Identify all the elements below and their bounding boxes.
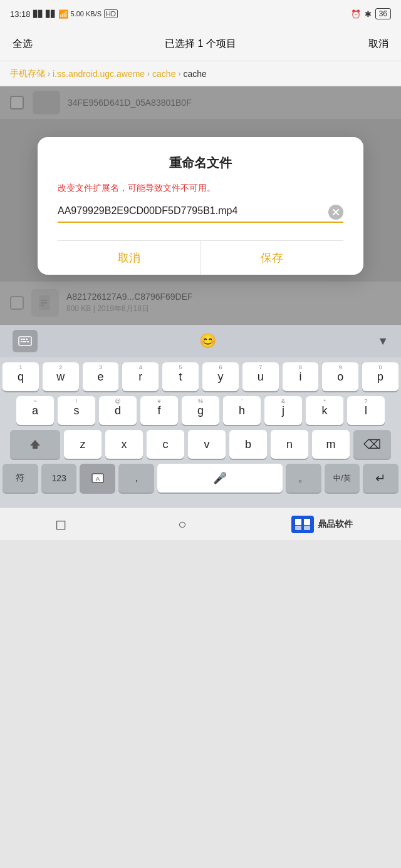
key-123[interactable]: 123: [41, 464, 77, 493]
status-bar-right: ⏰ ✱ 36: [351, 8, 391, 19]
select-all-button[interactable]: 全选: [13, 38, 33, 51]
keyboard-row-2: ~a !s @d #f %g 'h &j *k ?l: [3, 396, 398, 425]
page-title: 已选择 1 个项目: [165, 38, 236, 51]
bottom-nav: ◻ ○ 鼎品软件: [0, 508, 401, 540]
keyboard-row-4: 符 123 A ， 🎤 。 中/英 ↵: [3, 464, 398, 493]
key-x[interactable]: x: [105, 430, 143, 459]
keyboard-toolbar: 😊 ▼: [0, 325, 401, 357]
status-bar-left: 13:18 ▊▊ ▊▊ 📶 5.00 KB/S HD: [10, 9, 118, 19]
breadcrumb-item-3[interactable]: cache: [183, 69, 206, 79]
key-s[interactable]: !s: [58, 396, 95, 425]
bluetooth-icon: ✱: [365, 9, 372, 19]
status-time: 13:18: [10, 9, 31, 19]
dialog-cancel-button[interactable]: 取消: [58, 241, 201, 275]
svg-text:A: A: [96, 476, 100, 482]
hide-keyboard-button[interactable]: ▼: [377, 335, 388, 348]
back-button[interactable]: ◻: [48, 512, 73, 537]
breadcrumb: 手机存储 › i.ss.android.ugc.aweme › cache › …: [0, 61, 401, 86]
key-w[interactable]: 2w: [43, 362, 79, 391]
home-button[interactable]: ○: [170, 512, 195, 537]
svg-rect-16: [295, 519, 301, 525]
status-bar: 13:18 ▊▊ ▊▊ 📶 5.00 KB/S HD ⏰ ✱ 36: [0, 0, 401, 28]
key-y[interactable]: 6y: [202, 362, 239, 391]
keyboard-rows: 1q 2w 3e 4r 5t 6y 7u 8i 9o 0p ~a !s @d #…: [0, 357, 401, 495]
key-period[interactable]: 。: [286, 464, 321, 493]
svg-rect-11: [23, 341, 26, 342]
signal1-icon: ▊▊: [33, 10, 43, 18]
dialog-warning: 改变文件扩展名，可能导致文件不可用。: [58, 183, 343, 194]
key-z[interactable]: z: [64, 430, 102, 459]
key-u[interactable]: 7u: [242, 362, 279, 391]
emoji-button[interactable]: 😊: [199, 333, 216, 349]
key-shift[interactable]: [10, 430, 60, 459]
alarm-icon: ⏰: [351, 9, 361, 19]
key-b[interactable]: b: [229, 430, 267, 459]
key-input-method[interactable]: A: [80, 464, 115, 493]
key-m[interactable]: m: [312, 430, 350, 459]
key-j[interactable]: &j: [264, 396, 302, 425]
key-enter[interactable]: ↵: [363, 464, 398, 493]
battery-indicator: 36: [375, 8, 391, 19]
signal2-icon: ▊▊: [46, 10, 56, 18]
wifi-icon: 📶: [58, 9, 68, 19]
key-k[interactable]: *k: [306, 396, 343, 425]
key-g[interactable]: %g: [182, 396, 219, 425]
key-c[interactable]: c: [147, 430, 184, 459]
brand-logo-icon: [291, 516, 314, 533]
key-e[interactable]: 3e: [83, 362, 119, 391]
breadcrumb-item-2[interactable]: cache: [152, 69, 175, 79]
breadcrumb-sep-1: ›: [147, 69, 150, 78]
key-i[interactable]: 8i: [283, 362, 319, 391]
svg-rect-7: [21, 339, 23, 340]
svg-rect-18: [295, 526, 301, 530]
keyboard-row-3: z x c v b n m ⌫: [3, 430, 398, 459]
svg-rect-10: [21, 341, 23, 342]
breadcrumb-sep-2: ›: [178, 69, 180, 78]
brand-icon-svg: [294, 518, 311, 531]
dialog-clear-button[interactable]: [328, 205, 343, 220]
top-bar: 全选 已选择 1 个项目 取消: [0, 28, 401, 61]
dialog-title: 重命名文件: [58, 155, 343, 171]
svg-rect-19: [304, 526, 310, 530]
breadcrumb-sep-0: ›: [48, 69, 50, 78]
key-a[interactable]: ~a: [16, 396, 54, 425]
cancel-top-button[interactable]: 取消: [368, 38, 388, 51]
dialog-save-button[interactable]: 保存: [201, 241, 344, 275]
key-h[interactable]: 'h: [223, 396, 261, 425]
breadcrumb-item-1[interactable]: i.ss.android.ugc.aweme: [53, 69, 145, 79]
keyboard-icon: [18, 336, 32, 346]
svg-rect-8: [23, 339, 25, 340]
key-v[interactable]: v: [188, 430, 226, 459]
file-list-area: 34FE956D641D_05A83801B0F 重命名文件 改变文件扩展名，可…: [0, 86, 401, 325]
dialog-actions: 取消 保存: [58, 240, 343, 275]
keyboard-row-1: 1q 2w 3e 4r 5t 6y 7u 8i 9o 0p: [3, 362, 398, 391]
hd-badge: HD: [104, 9, 118, 18]
key-p[interactable]: 0p: [362, 362, 398, 391]
key-d[interactable]: @d: [99, 396, 137, 425]
key-l[interactable]: ?l: [347, 396, 385, 425]
key-n[interactable]: n: [271, 430, 308, 459]
key-symbol[interactable]: 符: [3, 464, 38, 493]
key-r[interactable]: 4r: [122, 362, 159, 391]
clear-icon: [332, 208, 340, 216]
key-f[interactable]: #f: [140, 396, 178, 425]
svg-rect-9: [26, 339, 28, 340]
key-q[interactable]: 1q: [3, 362, 39, 391]
input-method-icon: A: [91, 472, 105, 484]
key-comma[interactable]: ，: [118, 464, 154, 493]
branding: 鼎品软件: [291, 516, 353, 533]
key-chinese-toggle[interactable]: 中/英: [325, 464, 360, 493]
rename-dialog: 重命名文件 改变文件扩展名，可能导致文件不可用。 取消 保存: [38, 137, 363, 275]
svg-marker-13: [30, 440, 40, 449]
key-t[interactable]: 5t: [162, 362, 199, 391]
dialog-input-wrap: [58, 203, 343, 223]
rename-input[interactable]: [58, 203, 343, 222]
key-space[interactable]: 🎤: [157, 464, 283, 493]
breadcrumb-item-0[interactable]: 手机存储: [10, 68, 45, 79]
keyboard-type-icon[interactable]: [13, 330, 38, 352]
brand-text: 鼎品软件: [318, 519, 353, 530]
svg-rect-12: [27, 341, 29, 342]
svg-rect-17: [304, 519, 310, 525]
key-backspace[interactable]: ⌫: [353, 430, 391, 459]
key-o[interactable]: 9o: [322, 362, 358, 391]
